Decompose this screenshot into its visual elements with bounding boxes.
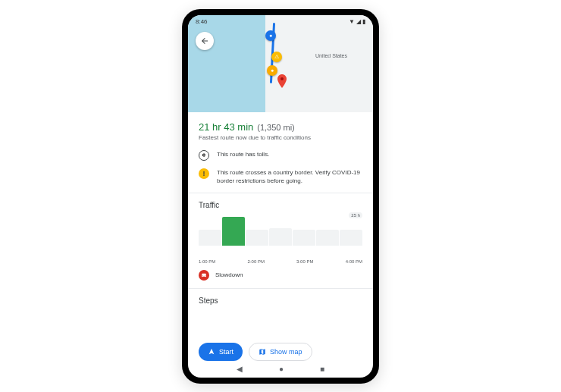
- time-axis: 1:00 PM 2:00 PM 3:00 PM 4:00 PM: [199, 259, 362, 264]
- destination-pin-icon: [276, 74, 288, 93]
- route-duration: 21 hr 43 min: [199, 121, 253, 133]
- arrow-left-icon: [200, 36, 209, 45]
- traffic-bar: [246, 230, 268, 246]
- status-time: 8:46: [196, 18, 208, 25]
- alert-border-text: This route crosses a country border. Ver…: [217, 168, 362, 185]
- time-label: 1:00 PM: [199, 259, 215, 264]
- divider: [188, 288, 373, 289]
- map-preview[interactable]: ● ⚠ ● United States: [188, 15, 373, 112]
- nav-back-icon[interactable]: ◀: [237, 365, 243, 373]
- divider: [188, 193, 373, 193]
- warning-icon: !: [199, 168, 209, 179]
- wifi-icon: ▼: [349, 18, 355, 25]
- traffic-bar: [340, 230, 362, 246]
- show-map-button[interactable]: Show map: [249, 343, 312, 361]
- traffic-bars: [199, 217, 362, 246]
- map-marker-start: ●: [265, 30, 276, 41]
- alert-tolls: ¢ This route has tolls.: [199, 150, 362, 161]
- traffic-bar: [269, 228, 292, 246]
- map-icon: [259, 348, 266, 356]
- traffic-bar-active: [222, 217, 245, 246]
- nav-recent-icon[interactable]: ■: [320, 365, 324, 373]
- alert-border: ! This route crosses a country border. V…: [199, 168, 362, 185]
- nav-home-icon[interactable]: ●: [279, 365, 284, 373]
- route-distance: (1,350 mi): [257, 123, 295, 132]
- traffic-bar: [199, 230, 221, 246]
- traffic-bar: [293, 230, 315, 246]
- status-bar: 8:46 ▼ ◢ ▮: [188, 15, 373, 29]
- steps-title: Steps: [199, 296, 362, 305]
- start-button[interactable]: Start: [199, 343, 243, 361]
- slowdown-row: Slowdown: [199, 270, 362, 281]
- chart-badge: 25 h: [349, 212, 362, 218]
- tolls-icon: ¢: [199, 150, 209, 161]
- status-icons: ▼ ◢ ▮: [349, 18, 365, 25]
- phone-frame: 8:46 ▼ ◢ ▮ ● ⚠ ● United States 21 hr 43 …: [182, 9, 379, 384]
- duration-row: 21 hr 43 min (1,350 mi): [199, 121, 362, 133]
- screen: 8:46 ▼ ◢ ▮ ● ⚠ ● United States 21 hr 43 …: [188, 15, 373, 378]
- traffic-title: Traffic: [199, 201, 362, 209]
- time-label: 4:00 PM: [346, 259, 362, 264]
- map-marker-alert: ⚠: [271, 52, 282, 62]
- traffic-bar: [316, 230, 339, 246]
- back-button[interactable]: [196, 32, 214, 50]
- battery-icon: ▮: [362, 18, 365, 25]
- navigate-icon: [208, 348, 215, 356]
- time-label: 2:00 PM: [248, 259, 265, 264]
- start-label: Start: [219, 348, 233, 356]
- action-bar: Start Show map: [188, 335, 373, 361]
- android-nav-bar: ◀ ● ■: [188, 361, 373, 378]
- alert-tolls-text: This route has tolls.: [217, 150, 269, 158]
- signal-icon: ◢: [356, 18, 361, 25]
- slowdown-icon: [199, 270, 209, 281]
- traffic-chart[interactable]: 25 h: [199, 217, 362, 255]
- map-country-label: United States: [315, 53, 347, 58]
- route-subtitle: Fastest route now due to traffic conditi…: [199, 134, 362, 141]
- time-label: 3:00 PM: [296, 259, 313, 264]
- show-map-label: Show map: [270, 348, 302, 356]
- svg-point-0: [280, 77, 284, 80]
- slowdown-label: Slowdown: [215, 271, 243, 278]
